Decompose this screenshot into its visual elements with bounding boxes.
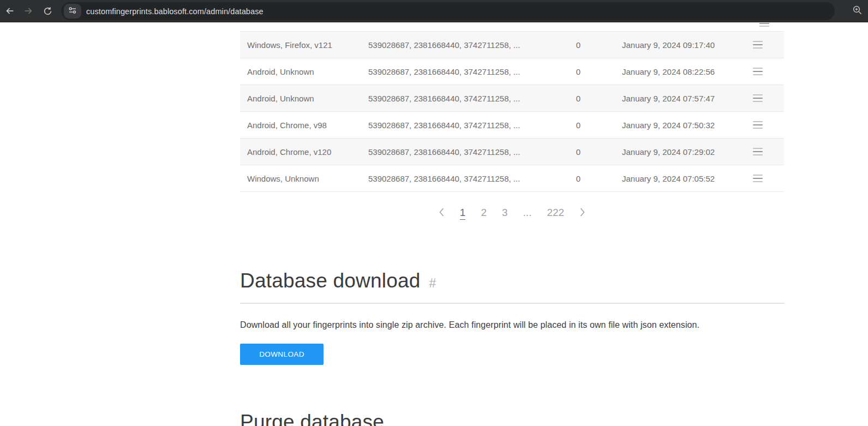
- pagination-prev-button[interactable]: [439, 207, 445, 220]
- section-anchor-link[interactable]: #: [429, 276, 436, 291]
- row-menu-icon-partial[interactable]: [759, 23, 769, 27]
- table-row: Android, Chrome, v98 539028687, 23816684…: [240, 112, 784, 139]
- cell-device: Android, Unknown: [240, 67, 368, 76]
- browser-toolbar: customfingerprints.bablosoft.com/admin/d…: [0, 0, 868, 22]
- site-settings-button[interactable]: [64, 4, 81, 19]
- cell-date: January 9, 2024 08:22:56: [606, 67, 731, 76]
- cell-date: January 9, 2024 07:05:52: [606, 174, 731, 183]
- cell-fingerprint-ids: 539028687, 2381668440, 3742711258, ...: [368, 94, 551, 103]
- table-row: Android, Unknown 539028687, 2381668440, …: [240, 58, 784, 85]
- row-menu-icon[interactable]: [753, 94, 763, 102]
- cell-device: Android, Chrome, v120: [240, 147, 368, 157]
- pagination-page-3[interactable]: 3: [502, 207, 508, 218]
- cell-count: 0: [551, 67, 606, 76]
- back-button[interactable]: [2, 3, 17, 19]
- pagination-page-2[interactable]: 2: [481, 207, 487, 218]
- download-description: Download all your fingerprints into sing…: [240, 320, 699, 330]
- cell-date: January 9, 2024 07:50:32: [606, 121, 731, 130]
- row-menu-icon[interactable]: [753, 148, 763, 155]
- page-zoom-button[interactable]: [849, 3, 865, 19]
- cell-device: Windows, Firefox, v121: [240, 40, 368, 50]
- cell-device: Windows, Unknown: [240, 174, 368, 183]
- row-menu-icon[interactable]: [753, 68, 763, 75]
- reload-icon: [43, 7, 52, 16]
- table-row: Windows, Unknown 539028687, 2381668440, …: [240, 165, 784, 192]
- chevron-left-icon: [439, 207, 445, 220]
- table-row: Android, Unknown 539028687, 2381668440, …: [240, 85, 784, 112]
- cell-count: 0: [551, 40, 606, 50]
- zoom-magnifier-plus-icon: [852, 5, 863, 17]
- cell-fingerprint-ids: 539028687, 2381668440, 3742711258, ...: [368, 40, 551, 50]
- download-button[interactable]: DOWNLOAD: [240, 344, 324, 365]
- back-arrow-icon: [5, 6, 15, 16]
- cell-count: 0: [551, 174, 606, 183]
- page-body: Windows, Firefox, v121 539028687, 238166…: [0, 23, 868, 426]
- site-settings-tune-icon: [68, 7, 77, 16]
- url-bar[interactable]: customfingerprints.bablosoft.com/admin/d…: [61, 2, 835, 20]
- cell-actions: [731, 94, 784, 102]
- cell-date: January 9, 2024 07:29:02: [606, 147, 731, 157]
- cell-count: 0: [551, 147, 606, 157]
- cell-actions: [731, 175, 784, 182]
- row-menu-icon[interactable]: [753, 41, 763, 49]
- row-menu-icon[interactable]: [753, 175, 763, 182]
- pagination-next-button[interactable]: [579, 207, 585, 220]
- cell-actions: [731, 148, 784, 155]
- pagination: 123...222: [240, 207, 784, 220]
- cell-fingerprint-ids: 539028687, 2381668440, 3742711258, ...: [368, 121, 551, 130]
- cell-fingerprint-ids: 539028687, 2381668440, 3742711258, ...: [368, 147, 551, 157]
- reload-button[interactable]: [40, 3, 55, 19]
- url-text[interactable]: customfingerprints.bablosoft.com/admin/d…: [86, 2, 264, 20]
- section-title-database-download: Database download: [240, 269, 420, 292]
- cell-count: 0: [551, 94, 606, 103]
- cell-date: January 9, 2024 09:17:40: [606, 40, 731, 50]
- cell-actions: [731, 121, 784, 129]
- chevron-right-icon: [579, 207, 585, 220]
- cell-fingerprint-ids: 539028687, 2381668440, 3742711258, ...: [368, 174, 551, 183]
- section-title-purge-database: Purge database: [240, 411, 384, 426]
- cell-count: 0: [551, 121, 606, 130]
- cell-device: Android, Unknown: [240, 94, 368, 103]
- row-menu-icon[interactable]: [753, 121, 763, 129]
- cell-device: Android, Chrome, v98: [240, 121, 368, 130]
- cell-fingerprint-ids: 539028687, 2381668440, 3742711258, ...: [368, 67, 551, 76]
- cell-actions: [731, 41, 784, 49]
- forward-button[interactable]: [21, 3, 36, 19]
- cell-actions: [731, 68, 784, 75]
- table-row: Android, Chrome, v120 539028687, 2381668…: [240, 139, 784, 165]
- cell-date: January 9, 2024 07:57:47: [606, 94, 731, 103]
- table-row: Windows, Firefox, v121 539028687, 238166…: [240, 32, 784, 58]
- forward-arrow-icon: [23, 6, 33, 16]
- pagination-page-1[interactable]: 1: [460, 207, 466, 220]
- fingerprints-table: Windows, Firefox, v121 539028687, 238166…: [240, 31, 784, 192]
- pagination-ellipsis: ...: [523, 207, 532, 218]
- section-divider: [240, 303, 785, 304]
- pagination-page-222[interactable]: 222: [547, 207, 564, 218]
